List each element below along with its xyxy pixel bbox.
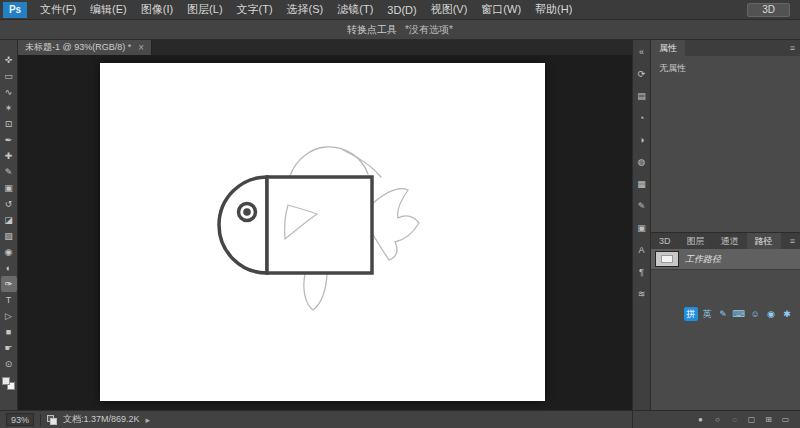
paths-panel-footer: ●○◌▢⊞▭: [632, 410, 800, 428]
brush-tool[interactable]: ✎: [1, 164, 17, 180]
tab-properties[interactable]: 属性: [651, 40, 685, 56]
document-tab-strip: 未标题-1 @ 93%(RGB/8) * ×: [18, 40, 632, 55]
work-path-row[interactable]: 工作路径: [651, 249, 800, 270]
ime-emoji-icon[interactable]: ☺: [748, 307, 762, 321]
workspace-switcher-button[interactable]: 3D: [747, 3, 790, 17]
properties-tabrow: 属性 ≡: [651, 40, 800, 56]
document-size-label[interactable]: 文档:1.37M/869.2K: [63, 413, 140, 426]
shape-tool[interactable]: ■: [1, 324, 17, 340]
fill-path-icon[interactable]: ●: [695, 415, 706, 424]
ime-skin-icon[interactable]: ◉: [764, 307, 778, 321]
panel-dock: «⟳▤◔◑◍▦✎▣A¶≋ 属性 ≡ 无属性 3D图层通道路径 ≡: [632, 40, 800, 410]
pasteboard: [18, 55, 632, 410]
panel-menu-icon[interactable]: ≡: [785, 233, 800, 249]
menu-item-filter[interactable]: 滤镜(T): [330, 0, 380, 19]
menu-item-help[interactable]: 帮助(H): [528, 0, 579, 19]
path-select-tool[interactable]: ▷: [1, 308, 17, 324]
adjustments-icon[interactable]: ◔: [635, 112, 649, 124]
menu-item-view[interactable]: 视图(V): [424, 0, 475, 19]
ime-keyboard-icon[interactable]: ⌨: [732, 307, 746, 321]
make-mask-icon[interactable]: ▢: [746, 415, 757, 424]
no-properties-label: 无属性: [659, 63, 686, 73]
marquee-tool[interactable]: ▭: [1, 68, 17, 84]
menu-bar: Ps 文件(F)编辑(E)图像(I)图层(L)文字(T)选择(S)滤镜(T)3D…: [0, 0, 800, 20]
stroke-path-icon[interactable]: ○: [712, 415, 723, 424]
tab-layers[interactable]: 图层: [679, 233, 713, 249]
color-icon[interactable]: ▦: [635, 178, 649, 190]
document-tab-title: 未标题-1 @ 93%(RGB/8) *: [25, 41, 131, 54]
styles-icon[interactable]: ◑: [635, 134, 649, 146]
photoshop-window: Ps 文件(F)编辑(E)图像(I)图层(L)文字(T)选择(S)滤镜(T)3D…: [0, 0, 800, 428]
pen-tool[interactable]: ✑: [1, 276, 17, 292]
lasso-tool[interactable]: ∿: [1, 84, 17, 100]
healing-brush-tool[interactable]: ✚: [1, 148, 17, 164]
options-bar: 转换点工具 *没有选项*: [0, 20, 800, 40]
new-path-icon[interactable]: ⊞: [763, 415, 774, 424]
document-canvas[interactable]: [100, 63, 545, 401]
blur-tool[interactable]: ◉: [1, 244, 17, 260]
menu-item-image[interactable]: 图像(I): [134, 0, 180, 19]
tool-list: ✜▭∿✶⊡✒✚✎▣↺◪▨◉◐✑T▷■☛⊙: [1, 52, 17, 372]
menu-item-edit[interactable]: 编辑(E): [83, 0, 134, 19]
close-icon[interactable]: ×: [138, 43, 144, 53]
ps-logo: Ps: [3, 2, 27, 18]
zoom-tool[interactable]: ⊙: [1, 356, 17, 372]
fish-drawing: [100, 63, 545, 401]
paths-tabs: 3D图层通道路径: [651, 233, 781, 249]
brush-presets-icon[interactable]: ✎: [635, 200, 649, 212]
eraser-tool[interactable]: ◪: [1, 212, 17, 228]
menu-item-file[interactable]: 文件(F): [33, 0, 83, 19]
delete-path-icon[interactable]: ▭: [780, 415, 791, 424]
color-swatches[interactable]: [2, 377, 15, 390]
menu-items: 文件(F)编辑(E)图像(I)图层(L)文字(T)选择(S)滤镜(T)3D(D)…: [33, 0, 579, 19]
tab-paths[interactable]: 路径: [747, 233, 781, 249]
document-tab[interactable]: 未标题-1 @ 93%(RGB/8) * ×: [18, 40, 152, 55]
tab-channels[interactable]: 通道: [713, 233, 747, 249]
dodge-tool[interactable]: ◐: [1, 260, 17, 276]
timeline-icon[interactable]: ≋: [635, 288, 649, 300]
canvas-column: 未标题-1 @ 93%(RGB/8) * ×: [18, 40, 632, 410]
history-brush-tool[interactable]: ↺: [1, 196, 17, 212]
ime-logo-icon[interactable]: 拼: [684, 307, 698, 321]
expand-panels-icon[interactable]: «: [635, 46, 649, 58]
ime-toolbar: 拼英✎⌨☺◉✱: [684, 306, 794, 322]
ime-pen-icon[interactable]: ✎: [716, 307, 730, 321]
eyedropper-tool[interactable]: ✒: [1, 132, 17, 148]
tools-panel: ✜▭∿✶⊡✒✚✎▣↺◪▨◉◐✑T▷■☛⊙: [0, 40, 18, 410]
collapsed-panel-strip: «⟳▤◔◑◍▦✎▣A¶≋: [632, 40, 650, 410]
menu-item-window[interactable]: 窗口(W): [474, 0, 528, 19]
ime-settings-icon[interactable]: ✱: [780, 307, 794, 321]
panel-menu-icon[interactable]: ≡: [785, 40, 800, 56]
menu-item-3d[interactable]: 3D(D): [380, 0, 423, 19]
paths-panel-body: 工作路径: [651, 249, 800, 410]
hand-tool[interactable]: ☛: [1, 340, 17, 356]
status-caret-icon[interactable]: ▸: [146, 415, 151, 425]
status-bar: 93% 文档:1.37M/869.2K ▸: [0, 410, 632, 428]
status-separator: [40, 414, 41, 426]
quick-select-tool[interactable]: ✶: [1, 100, 17, 116]
info-icon[interactable]: ◍: [635, 156, 649, 168]
history-icon[interactable]: ⟳: [635, 68, 649, 80]
document-size-icon: [47, 415, 57, 425]
move-tool[interactable]: ✜: [1, 52, 17, 68]
gradient-tool[interactable]: ▨: [1, 228, 17, 244]
crop-tool[interactable]: ⊡: [1, 116, 17, 132]
clone-source-icon[interactable]: ▣: [635, 222, 649, 234]
clone-stamp-tool[interactable]: ▣: [1, 180, 17, 196]
paths-tabrow: 3D图层通道路径 ≡: [651, 233, 800, 249]
tab-3d[interactable]: 3D: [651, 233, 679, 249]
foreground-color-swatch[interactable]: [2, 377, 10, 385]
swatches-icon[interactable]: ▤: [635, 90, 649, 102]
type-tool[interactable]: T: [1, 292, 17, 308]
menu-item-type[interactable]: 文字(T): [230, 0, 280, 19]
menu-item-layer[interactable]: 图层(L): [180, 0, 229, 19]
paragraph-icon[interactable]: ¶: [635, 266, 649, 278]
menu-item-select[interactable]: 选择(S): [280, 0, 331, 19]
character-icon[interactable]: A: [635, 244, 649, 256]
active-tool-name: 转换点工具: [347, 23, 397, 37]
zoom-level-field[interactable]: 93%: [6, 413, 34, 426]
tool-options-note: *没有选项*: [405, 23, 453, 37]
ime-mode-toggle[interactable]: 英: [700, 307, 714, 321]
path-name-label: 工作路径: [685, 253, 721, 266]
load-selection-icon[interactable]: ◌: [729, 415, 740, 424]
